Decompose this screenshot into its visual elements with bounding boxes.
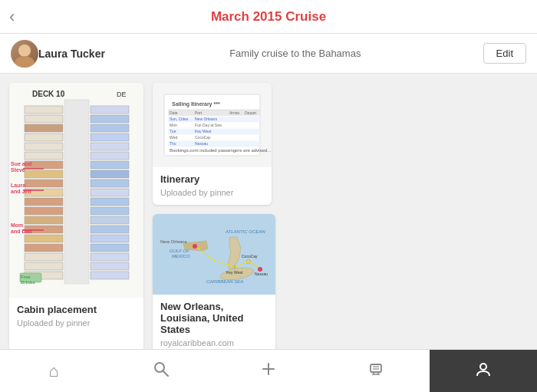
nav-profile[interactable]: [430, 350, 537, 392]
page-title: March 2015 Cruise: [211, 9, 326, 25]
svg-text:CARIBBEAN SEA: CARIBBEAN SEA: [206, 279, 243, 284]
svg-rect-37: [91, 216, 129, 224]
profile-icon: [475, 361, 492, 382]
bottom-nav: ⌂: [0, 349, 537, 392]
map-card[interactable]: GULF OF MEXICO ATLANTIC OCEAN CARIBBEAN …: [153, 214, 275, 349]
svg-rect-30: [91, 152, 129, 160]
svg-rect-29: [91, 143, 129, 150]
add-icon: [260, 361, 277, 382]
nav-home[interactable]: ⌂: [0, 350, 107, 392]
svg-rect-40: [91, 244, 129, 252]
svg-text:CocoCay: CocoCay: [242, 254, 258, 259]
svg-text:MEXICO: MEXICO: [172, 254, 190, 259]
edit-button[interactable]: Edit: [483, 43, 526, 64]
svg-text:Arrive: Arrive: [229, 110, 239, 115]
svg-rect-23: [25, 262, 63, 270]
itinerary-card-title: Itinerary: [160, 173, 264, 185]
svg-rect-41: [91, 253, 129, 261]
svg-text:New Orleans: New Orleans: [160, 239, 187, 244]
svg-rect-8: [25, 124, 63, 132]
svg-rect-32: [91, 170, 129, 178]
svg-rect-42: [91, 262, 129, 270]
svg-rect-10: [25, 143, 63, 150]
svg-text:Mom: Mom: [11, 222, 23, 228]
right-column: Sailing Itinerary *** Date Port Arrive D…: [153, 83, 275, 349]
map-card-source: royalcaribbean.com: [160, 338, 268, 348]
svg-text:DECK 10: DECK 10: [32, 90, 65, 98]
svg-text:Thu: Thu: [170, 141, 176, 146]
svg-point-0: [18, 44, 31, 57]
user-name: Laura Tucker: [38, 48, 107, 60]
svg-text:Key West: Key West: [195, 129, 212, 133]
svg-text:Bookings.com included passenge: Bookings.com included passengers are adv…: [170, 148, 271, 153]
svg-rect-11: [25, 152, 63, 160]
svg-text:Key West: Key West: [226, 270, 243, 275]
svg-text:Steve: Steve: [11, 167, 25, 173]
svg-rect-13: [25, 170, 63, 178]
svg-rect-35: [91, 198, 129, 206]
user-row: Laura Tucker Family cruise to the Bahama…: [0, 34, 537, 74]
cabin-card-body: Cabin placement Uploaded by pinner: [9, 298, 143, 335]
nav-search[interactable]: [107, 350, 215, 392]
svg-rect-39: [91, 235, 129, 242]
svg-text:Mon: Mon: [170, 123, 177, 127]
header: ‹ March 2015 Cruise: [0, 0, 537, 34]
svg-rect-22: [25, 253, 63, 261]
svg-text:Drinks: Drinks: [21, 280, 35, 285]
svg-text:CocoCay: CocoCay: [195, 135, 211, 140]
svg-rect-43: [91, 272, 129, 279]
board-description: Family cruise to the Bahamas: [107, 48, 483, 59]
svg-text:and Jeff: and Jeff: [11, 189, 32, 194]
cabin-card[interactable]: DECK 10 DE: [9, 83, 143, 349]
svg-rect-21: [25, 244, 63, 252]
svg-point-115: [480, 364, 486, 370]
svg-rect-38: [91, 226, 129, 233]
svg-text:Wed: Wed: [170, 135, 177, 140]
nav-notifications[interactable]: [322, 350, 430, 392]
svg-text:ATLANTIC OCEAN: ATLANTIC OCEAN: [225, 229, 265, 234]
svg-text:Tue: Tue: [170, 129, 176, 133]
nav-add[interactable]: [215, 350, 322, 392]
svg-point-103: [193, 244, 197, 249]
itinerary-card-body: Itinerary Uploaded by pinner: [153, 167, 272, 205]
cabin-card-subtitle: Uploaded by pinner: [17, 318, 136, 328]
itinerary-image: Sailing Itinerary *** Date Port Arrive D…: [153, 83, 272, 167]
svg-rect-9: [25, 133, 63, 141]
svg-rect-17: [25, 207, 63, 215]
svg-text:Fun Day at Sea: Fun Day at Sea: [195, 123, 222, 127]
svg-text:Free: Free: [21, 275, 31, 279]
svg-point-1: [15, 56, 35, 68]
svg-rect-28: [91, 133, 129, 141]
svg-rect-76: [168, 129, 260, 134]
itinerary-card[interactable]: Sailing Itinerary *** Date Port Arrive D…: [153, 83, 272, 205]
svg-rect-109: [371, 364, 381, 372]
svg-rect-20: [25, 235, 63, 242]
itinerary-card-subtitle: Uploaded by pinner: [160, 188, 264, 197]
avatar: [11, 40, 38, 68]
back-button[interactable]: ‹: [9, 8, 15, 25]
home-icon: ⌂: [48, 361, 58, 381]
svg-rect-5: [64, 100, 89, 284]
svg-text:Port: Port: [195, 110, 203, 115]
svg-rect-16: [25, 198, 63, 206]
svg-rect-14: [25, 180, 63, 187]
svg-text:Sun, Cities: Sun, Cities: [170, 117, 189, 121]
cabin-image: DECK 10 DE: [9, 83, 143, 298]
svg-rect-26: [91, 115, 129, 123]
svg-text:Nassau: Nassau: [195, 141, 208, 146]
svg-line-106: [163, 371, 168, 376]
content-area: DECK 10 DE: [0, 74, 537, 349]
svg-rect-6: [25, 106, 63, 114]
svg-rect-25: [91, 106, 129, 114]
svg-text:and Dad: and Dad: [11, 229, 32, 234]
svg-text:Date: Date: [170, 110, 178, 115]
svg-rect-31: [91, 161, 129, 169]
notifications-icon: [367, 361, 384, 382]
svg-text:Nassau: Nassau: [255, 272, 268, 276]
svg-text:New Orleans: New Orleans: [195, 117, 217, 121]
svg-rect-7: [25, 115, 63, 123]
svg-rect-36: [91, 207, 129, 215]
svg-text:DE: DE: [117, 91, 127, 98]
svg-point-105: [155, 363, 164, 372]
map-image: GULF OF MEXICO ATLANTIC OCEAN CARIBBEAN …: [153, 214, 275, 295]
